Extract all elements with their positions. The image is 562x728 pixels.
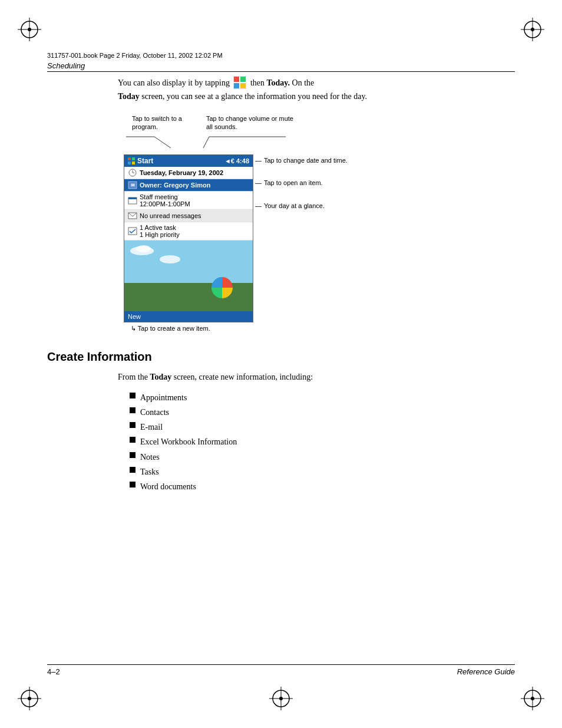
svg-rect-39	[128, 197, 137, 199]
page: 311757-001.book Page 2 Friday, October 1…	[0, 0, 562, 728]
list-item: E-mail	[130, 420, 491, 434]
svg-text:✉: ✉	[131, 183, 135, 188]
pda-mail-icon	[128, 212, 137, 220]
cloud-2	[136, 245, 151, 252]
create-info-list: Appointments Contacts E-mail Excel Workb…	[130, 390, 491, 494]
bullet-icon-2	[130, 407, 135, 413]
list-item: Appointments	[130, 390, 491, 405]
svg-rect-32	[132, 162, 135, 164]
svg-rect-20	[234, 77, 239, 82]
guide-name: Reference Guide	[457, 667, 515, 676]
svg-rect-29	[128, 157, 131, 160]
svg-point-11	[28, 697, 31, 700]
callout-top-right: Tap to change volume or mute all sounds.	[206, 114, 300, 131]
callout-right-1: Tap to change date and time.	[264, 156, 348, 166]
pda-wallpaper	[124, 241, 253, 311]
svg-point-3	[28, 28, 31, 31]
footer-bar: 4–2 Reference Guide	[47, 664, 515, 676]
list-item: Notes	[130, 450, 491, 465]
create-info-intro: From the Today screen, create new inform…	[118, 371, 491, 383]
right-callouts: Tap to change date and time. Tap to open…	[264, 137, 348, 224]
pda-tasks-row: 1 Active task1 High priority	[124, 222, 253, 241]
corner-mark-tr	[521, 18, 544, 41]
pda-volume-icon: ◄€ 4:48	[224, 157, 249, 164]
top-annotations: Tap to switch to a program. Tap to chang…	[124, 114, 491, 137]
bullet-icon-6	[130, 467, 135, 473]
svg-rect-31	[128, 162, 131, 164]
intro-text-after: On the	[292, 78, 315, 87]
svg-line-27	[203, 137, 209, 148]
file-info: 311757-001.book Page 2 Friday, October 1…	[47, 52, 515, 59]
pda-owner-row: ✉ Owner: Gregory Simon	[124, 179, 253, 192]
bullet-icon-3	[130, 422, 135, 428]
bullet-icon-5	[130, 452, 135, 458]
intro-second-line: screen, you can see at a glance the info…	[141, 92, 367, 101]
bullet-icon-7	[130, 482, 135, 487]
pda-new-bar: New	[124, 311, 253, 322]
pda-taskbar: Start ◄€ 4:48	[124, 155, 253, 167]
list-item: Tasks	[130, 465, 491, 479]
svg-rect-21	[240, 77, 246, 82]
corner-mark-bc	[269, 687, 293, 710]
pda-owner-icon: ✉	[128, 181, 137, 189]
cloud-3	[160, 255, 180, 263]
pda-calendar-icon	[128, 196, 137, 205]
pda-windows-icon	[128, 157, 135, 164]
callout-right-2: Tap to open an item.	[264, 178, 348, 188]
callout-bottom: ↳ Tap to create a new item.	[131, 325, 253, 332]
intro-text-middle: then	[250, 78, 265, 87]
intro-text-before: You can also display it by tapping	[118, 78, 230, 87]
header-bar: 311757-001.book Page 2 Friday, October 1…	[47, 52, 515, 72]
section-label: Scheduling	[47, 61, 85, 70]
xp-logo	[209, 275, 235, 301]
intro-paragraph: You can also display it by tapping then …	[118, 77, 491, 103]
windows-start-icon	[233, 76, 246, 89]
page-number: 4–2	[47, 667, 60, 676]
callout-right-3: Your day at a glance.	[264, 201, 348, 211]
pda-mockup: Start ◄€ 4:48 Tuesday, February 19,	[118, 137, 253, 332]
pda-meeting-row: Staff meeting12:00PM-1:00PM	[124, 192, 253, 210]
corner-mark-tl	[18, 18, 41, 41]
create-information-section: Create Information From the Today screen…	[47, 350, 515, 494]
bullet-icon-4	[130, 437, 135, 443]
pda-start-button: Start	[128, 157, 153, 165]
main-content: You can also display it by tapping then …	[47, 77, 515, 494]
screenshot-row: Start ◄€ 4:48 Tuesday, February 19,	[118, 137, 491, 332]
svg-rect-30	[132, 157, 135, 160]
pda-date-row: Tuesday, February 19, 2002	[124, 167, 253, 179]
create-info-heading: Create Information	[47, 350, 515, 364]
bullet-icon-1	[130, 393, 135, 398]
screenshot-section: Tap to switch to a program. Tap to chang…	[118, 114, 491, 332]
list-item: Excel Workbook Information	[130, 434, 491, 449]
pda-messages-row: No unread messages	[124, 210, 253, 222]
corner-mark-bl	[18, 687, 41, 710]
svg-rect-22	[234, 83, 239, 88]
intro-second-bold: Today	[118, 92, 140, 101]
corner-mark-br	[521, 687, 544, 710]
svg-point-19	[279, 697, 283, 700]
intro-bold-today: Today.	[267, 78, 290, 87]
list-item: Word documents	[130, 479, 491, 494]
pda-date-icon	[128, 169, 137, 177]
pda-tasks-icon	[128, 227, 137, 235]
svg-rect-23	[240, 83, 246, 88]
callout-top-left: Tap to switch to a program.	[132, 114, 197, 131]
svg-point-15	[531, 697, 534, 700]
pda-screen: Start ◄€ 4:48 Tuesday, February 19,	[124, 154, 253, 322]
svg-point-7	[531, 28, 534, 31]
svg-line-25	[154, 137, 171, 148]
list-item: Contacts	[130, 405, 491, 420]
